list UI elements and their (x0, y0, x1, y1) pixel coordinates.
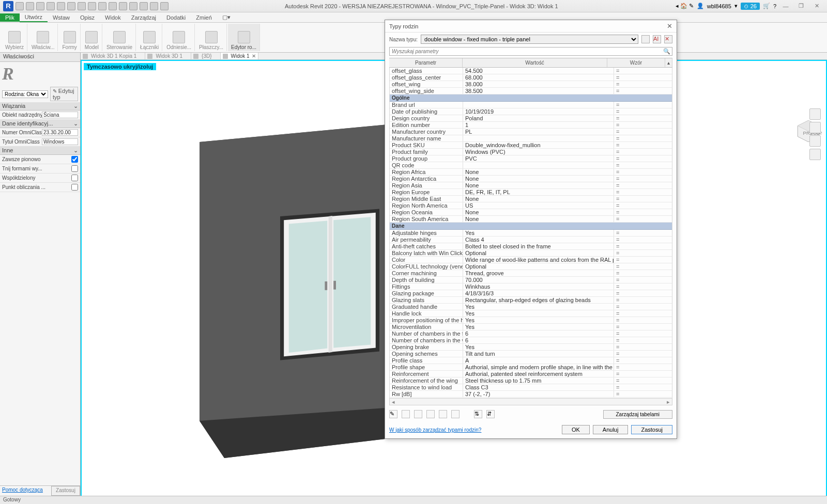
family-category-select[interactable]: Rodzina: Okna (2, 90, 48, 98)
param-row[interactable]: Manufacturer countryPL= (390, 129, 672, 135)
infocenter-icon[interactable]: ◂ 🏠 ✎ (676, 3, 694, 9)
param-row[interactable]: Product groupPVC= (390, 155, 672, 162)
revit-logo-icon[interactable]: R (3, 1, 13, 11)
param-row[interactable]: FittingsWinkhaus= (390, 284, 672, 290)
notification-badge[interactable]: ⏲ 26 (741, 3, 760, 10)
param-row[interactable]: Region EuropeDE, FR, IE, IT, PL= (390, 189, 672, 196)
menu-dodatki[interactable]: Dodatki (161, 13, 191, 22)
cancel-button[interactable]: Anuluj (593, 425, 629, 434)
viewtab[interactable]: Widok 3D 1 (145, 53, 191, 59)
tb-copy-icon[interactable] (414, 410, 422, 418)
col-parametr[interactable]: Parametr (389, 58, 463, 67)
qat-close-icon[interactable] (140, 2, 148, 10)
param-row[interactable]: Region AfricaNone= (390, 169, 672, 176)
param-row[interactable]: Brand url= (390, 102, 672, 108)
menu-zmien[interactable]: Zmień (191, 13, 217, 22)
menu-wstaw[interactable]: Wstaw (48, 13, 75, 22)
param-row[interactable]: Glazing package4/18/3/16/3= (390, 290, 672, 297)
param-row[interactable]: Adjustable hingesYes= (390, 230, 672, 237)
delete-type-icon[interactable]: ✕ (664, 35, 672, 43)
grid-hscroll[interactable]: ◂ ▸ (389, 398, 672, 405)
restore-button[interactable]: ❐ (795, 2, 807, 11)
grid-body[interactable]: offset_glass54.500=offset_glass_center68… (389, 68, 672, 398)
dialog-titlebar[interactable]: Typy rodzin ✕ (385, 20, 677, 33)
scroll-left-icon[interactable]: ◂ (390, 399, 397, 405)
menu-plik[interactable]: Plik (0, 13, 20, 22)
param-row[interactable]: Profile classA= (390, 357, 672, 364)
nav-zoom-icon[interactable] (809, 135, 821, 147)
viewtab[interactable]: {3D} (191, 53, 220, 59)
param-row[interactable]: offset_wing38.000= (390, 81, 672, 88)
menu-zarzadzaj[interactable]: Zarządzaj (126, 13, 161, 22)
param-row[interactable]: Product familyWindows (PVC)= (390, 149, 672, 155)
tb-movedown-icon[interactable] (451, 410, 460, 418)
param-row[interactable]: Date of publishing10/19/2019= (390, 108, 672, 115)
param-row[interactable]: Depth of building70.000= (390, 277, 672, 284)
chevron-down-icon[interactable]: ▾ (734, 3, 738, 9)
param-row[interactable]: Region OceaniaNone= (390, 209, 672, 216)
tb-new-icon[interactable] (402, 410, 410, 418)
param-row[interactable]: Reinforcement of the wingSteel thickness… (390, 377, 672, 384)
properties-help-link[interactable]: Pomoc dotycząca (0, 486, 51, 496)
param-row[interactable]: ColorFULL technology (veneer on thOption… (390, 263, 672, 270)
qat-open-icon[interactable] (16, 2, 24, 10)
param-row[interactable]: Number of chambers in the wing6= (390, 337, 672, 344)
param-row[interactable]: Number of chambers in the frame6= (390, 330, 672, 337)
param-row[interactable]: Region Middle EastNone= (390, 196, 672, 202)
tb-moveup-icon[interactable] (439, 410, 447, 418)
ribbon-sterowanie[interactable]: Sterowanie (103, 24, 136, 51)
nav-pan-icon[interactable] (809, 122, 821, 133)
qat-sync-icon[interactable] (36, 2, 44, 10)
menu-extra-icon[interactable]: ▢▾ (217, 13, 236, 22)
user-icon[interactable]: 👤 (697, 3, 704, 9)
prop-zawsze-checkbox[interactable] (71, 156, 78, 163)
qat-section-icon[interactable] (119, 2, 127, 10)
param-row[interactable]: Handle lockYes= (390, 310, 672, 317)
scroll-up-icon[interactable]: ▴ (665, 58, 672, 67)
section-dane-id[interactable]: Dane identyfikacyj...⌄ (0, 120, 80, 128)
properties-apply-button[interactable]: Zastosuj (51, 486, 80, 496)
param-row[interactable]: Air permeabilityClass 4= (390, 237, 672, 243)
qat-thinlines-icon[interactable] (129, 2, 137, 10)
nav-orbit-icon[interactable] (809, 149, 821, 160)
param-row[interactable]: Graduated handleYes= (390, 304, 672, 310)
menu-utworz[interactable]: Utwórz (20, 13, 48, 22)
new-type-icon[interactable] (641, 35, 650, 43)
tb-sort-asc-icon[interactable]: ⇅ (474, 410, 482, 418)
ribbon-waciw[interactable]: Właściw... (28, 24, 58, 51)
ribbon-formy[interactable]: Formy (59, 24, 80, 51)
param-row[interactable]: Opening brakeYes= (390, 344, 672, 351)
viewtab[interactable]: Widok 3D 1 Kopia 1 (81, 53, 145, 59)
param-row[interactable]: ColorWide range of wood-like patterns an… (390, 257, 672, 263)
prop-punkt-checkbox[interactable] (71, 184, 78, 191)
param-row[interactable]: offset_glass54.500= (390, 68, 672, 74)
qat-save-icon[interactable] (26, 2, 34, 10)
param-row[interactable]: offset_wing_side38.500= (390, 88, 672, 94)
qat-switch-icon[interactable] (150, 2, 158, 10)
qat-more-icon[interactable] (160, 2, 169, 10)
dialog-help-link[interactable]: W jaki sposób zarządzać typami rodzin? (389, 427, 559, 433)
apply-button[interactable]: Zastosuj (631, 425, 672, 434)
prop-tytul-value[interactable]: Windows (42, 138, 78, 145)
nav-wheel-icon[interactable] (809, 108, 821, 120)
parameter-search-input[interactable] (390, 48, 662, 55)
param-row[interactable]: Balcony latch with Win Click handraOptio… (390, 250, 672, 257)
search-icon[interactable]: 🔍 (662, 48, 672, 55)
qat-3d-icon[interactable] (109, 2, 117, 10)
param-row[interactable]: Corner machiningThread, groove= (390, 270, 672, 277)
param-row[interactable]: Anti-theft catchesBolted to steel closed… (390, 243, 672, 250)
edit-type-button[interactable]: ✎ Edytuj typ (50, 87, 78, 101)
ribbon-odniesie[interactable]: Odniesie... (163, 24, 195, 51)
prop-obiekt-value[interactable]: Ściana (42, 112, 78, 118)
tb-delete-icon[interactable] (426, 410, 435, 418)
viewtab[interactable]: Widok 1✕ (221, 53, 258, 59)
param-row[interactable]: QR code= (390, 162, 672, 169)
ribbon-czniki[interactable]: Łączniki (137, 24, 162, 51)
qat-dim-icon[interactable] (88, 2, 96, 10)
manage-tables-button[interactable]: Zarządzaj tabelami (603, 410, 672, 419)
param-row[interactable]: Region AntarcticaNone= (390, 176, 672, 182)
tb-sort-desc-icon[interactable]: ⇵ (486, 410, 495, 418)
param-row[interactable]: Opening schemesTilt and turn= (390, 351, 672, 357)
param-row[interactable]: Improper positioning of the handleYes= (390, 317, 672, 324)
menu-widok[interactable]: Widok (100, 13, 126, 22)
